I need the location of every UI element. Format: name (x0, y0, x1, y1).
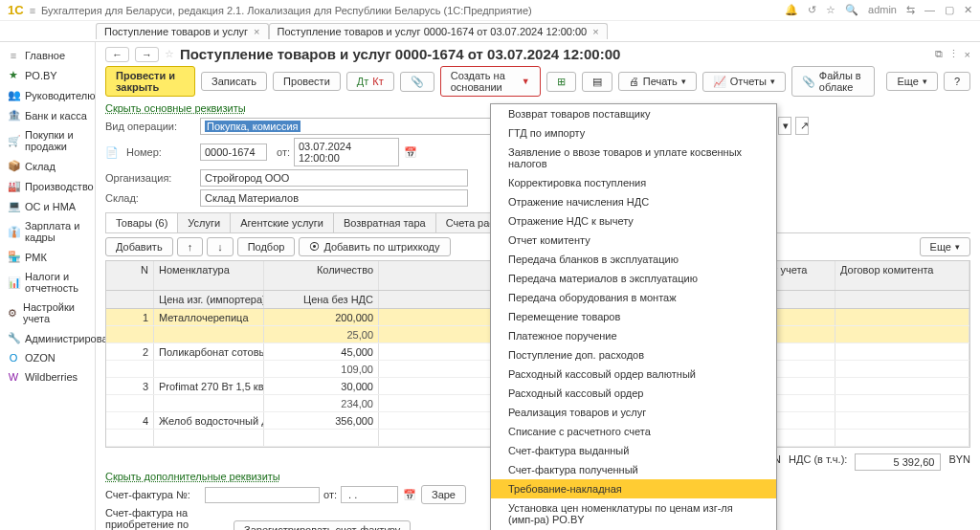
sidebar-label: Налоги и отчетность (25, 271, 87, 294)
submit-button[interactable]: Провести и закрыть (105, 66, 195, 97)
attach-button[interactable]: 📎 (400, 72, 434, 92)
close-icon[interactable]: × (254, 26, 259, 37)
register-sf-button-short[interactable]: Заре (421, 485, 466, 504)
number-input[interactable]: 0000-1674 (200, 144, 267, 161)
nav-back[interactable]: ← (105, 47, 129, 62)
close-icon[interactable]: ✕ (964, 4, 972, 16)
menu-item[interactable]: Расходный кассовый ордер валютный (491, 364, 776, 384)
user-label[interactable]: admin (868, 4, 897, 16)
print-button[interactable]: 🖨 Печать ▾ (618, 72, 697, 91)
calendar-icon[interactable]: 📅 (402, 489, 417, 501)
menu-item[interactable]: Перемещение товаров (491, 307, 776, 326)
menu-item[interactable]: Установка цен номенклатуры по ценам изг-… (491, 498, 776, 529)
sidebar-item[interactable]: ≡Главное (0, 46, 95, 65)
optype-open[interactable]: ↗ (795, 117, 809, 135)
menu-item[interactable]: Отражение НДС к вычету (491, 211, 776, 231)
record-button[interactable]: Записать (201, 72, 267, 91)
menu-item[interactable]: Счет-фактура выданный (491, 441, 776, 460)
date-input[interactable]: 03.07.2024 12:00:00 (294, 138, 399, 166)
menu-item[interactable]: ГТД по импорту (491, 123, 776, 143)
sidebar-label: Wildberries (25, 371, 78, 383)
more-button[interactable]: Еще ▾ (886, 72, 937, 91)
vat-value: 5 392,60 (855, 453, 941, 471)
sidebar-item[interactable]: 📊Налоги и отчетность (0, 267, 95, 298)
calendar-icon[interactable]: 📅 (403, 146, 418, 159)
sidebar-item[interactable]: 🏦Банк и касса (0, 105, 95, 125)
hide-extra-link[interactable]: Скрыть дополнительные реквизиты (105, 471, 280, 482)
star-icon[interactable]: ☆ (165, 48, 174, 60)
sidebar-item[interactable]: 🛒Покупки и продажи (0, 125, 95, 156)
tab-current-doc[interactable]: Поступление товаров и услуг 0000-1674 от… (269, 23, 608, 39)
sidebar-item[interactable]: WWildberries (0, 367, 95, 386)
sidebar-icon: 📊 (8, 276, 19, 289)
excel-button[interactable]: ⊞ (546, 72, 576, 92)
history-icon[interactable]: ↺ (808, 4, 816, 16)
menu-item[interactable]: Платежное поручение (491, 326, 776, 345)
menu-icon[interactable]: ⋮ (948, 48, 959, 60)
sidebar-item[interactable]: 🔧Администрирование (0, 328, 95, 348)
cloud-files-button[interactable]: 📎 Файлы в облаке (791, 66, 876, 97)
menu-item[interactable]: Отражение начисления НДС (491, 192, 776, 211)
close-page-icon[interactable]: × (965, 49, 970, 60)
sidebar-label: Зарплата и кадры (25, 220, 87, 243)
barcode-button[interactable]: ⦿ Добавить по штрихкоду (299, 237, 450, 256)
grid-more-button[interactable]: Еще ▾ (920, 237, 970, 256)
menu-item[interactable]: Возврат товаров поставщику (491, 104, 776, 123)
sidebar-item[interactable]: 💻ОС и НМА (0, 196, 95, 216)
ext-button[interactable]: ▤ (582, 72, 612, 92)
org-input[interactable]: Стройгород ООО (200, 169, 468, 187)
menu-item[interactable]: Поступление доп. расходов (491, 345, 776, 364)
app-title: Бухгалтерия для Беларуси, редакция 2.1. … (41, 5, 785, 16)
menu-item[interactable]: Расходный кассовый ордер (491, 384, 776, 403)
minimize-icon[interactable]: ― (924, 4, 935, 16)
menu-item[interactable]: Передача бланков в эксплуатацию (491, 250, 776, 269)
menu-item[interactable]: Отчет комитенту (491, 231, 776, 250)
reports-button[interactable]: 📈 Отчеты ▾ (702, 72, 786, 92)
bell-icon[interactable]: 🔔 (785, 4, 798, 16)
up-button[interactable]: ↑ (177, 237, 204, 256)
sidebar: ≡Главное★PO.BY👥Руководителю🏦Банк и касса… (0, 42, 96, 530)
menu-item[interactable]: Списание с расчетного счета (491, 422, 776, 441)
sidebar-item[interactable]: ⚙Настройки учета (0, 298, 95, 328)
help-button[interactable]: ? (944, 72, 970, 91)
window-icon[interactable]: ▢ (945, 4, 954, 16)
menu-item[interactable]: Заявление о ввозе товаров и уплате косве… (491, 143, 776, 173)
menu-item[interactable]: Корректировка поступления (491, 173, 776, 192)
sidebar-item[interactable]: 🏭Производство (0, 176, 95, 196)
menu-item[interactable]: Передача оборудования в монтаж (491, 288, 776, 307)
tab-tara[interactable]: Возвратная тара (333, 212, 436, 232)
close-icon[interactable]: × (592, 26, 598, 37)
menu-item[interactable]: Счет-фактура полученный (491, 460, 776, 479)
add-row-button[interactable]: Добавить (105, 237, 173, 256)
post-button[interactable]: Провести (273, 72, 341, 91)
optype-dropdown[interactable]: ▾ (778, 117, 791, 135)
sidebar-item[interactable]: 👥Руководителю (0, 85, 95, 105)
sidebar-item[interactable]: OOZON (0, 348, 95, 367)
tab-services[interactable]: Услуги (177, 212, 231, 232)
settings-icon[interactable]: ⇆ (906, 4, 915, 16)
star-icon[interactable]: ☆ (826, 4, 835, 16)
down-button[interactable]: ↓ (207, 237, 234, 256)
sidebar-item[interactable]: ★PO.BY (0, 65, 95, 85)
menu-item[interactable]: Требование-накладная (491, 479, 776, 498)
search-icon[interactable]: 🔍 (845, 4, 858, 16)
sklad-input[interactable]: Склад Материалов (200, 189, 468, 207)
tab-list[interactable]: Поступление товаров и услуг × (96, 23, 269, 39)
hide-main-fields-link[interactable]: Скрыть основные реквизиты (105, 102, 246, 114)
create-based-on-button[interactable]: Создать на основании ▼ (440, 66, 541, 97)
dk-button[interactable]: ДтКт (346, 72, 394, 91)
sidebar-item[interactable]: 🏪РМК (0, 247, 95, 267)
pick-button[interactable]: Подбор (237, 237, 296, 256)
tab-goods[interactable]: Товары (6) (105, 212, 178, 232)
sidebar-item[interactable]: 📦Склад (0, 156, 95, 176)
detach-icon[interactable]: ⧉ (935, 48, 943, 60)
nav-fwd[interactable]: → (135, 47, 159, 62)
menu-item[interactable]: Реализация товаров и услуг (491, 403, 776, 422)
register-sf-button[interactable]: Зарегистрировать счет-фактуру (234, 520, 411, 530)
menu-item[interactable]: Передача материалов в эксплуатацию (491, 269, 776, 288)
tab-agent[interactable]: Агентские услуги (230, 212, 334, 232)
sf-date-input[interactable]: . . (341, 486, 398, 503)
sf-number-input[interactable] (205, 487, 320, 503)
burger-icon[interactable]: ≡ (30, 5, 35, 16)
sidebar-item[interactable]: 👔Зарплата и кадры (0, 216, 95, 247)
